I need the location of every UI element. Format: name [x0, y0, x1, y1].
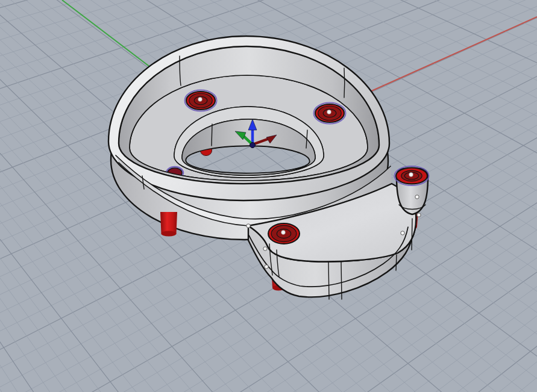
hole-wall-seam-left — [212, 124, 212, 146]
magnet[interactable] — [185, 90, 217, 111]
magnet-center-point — [409, 173, 413, 177]
inner-wall-seam-right — [344, 68, 345, 98]
magnet-center-point — [327, 110, 331, 114]
gizmo-origin-ball[interactable] — [250, 143, 256, 148]
magnet[interactable] — [395, 166, 429, 185]
control-point-marker[interactable] — [401, 231, 404, 235]
magnet[interactable] — [268, 223, 300, 244]
magnet-center-point — [198, 98, 203, 102]
viewport-canvas[interactable] — [0, 0, 537, 392]
lobe-bottom-seam-1 — [328, 263, 329, 299]
magnet-center-point — [281, 231, 286, 235]
control-point-marker[interactable] — [265, 265, 268, 269]
control-point-marker[interactable] — [415, 195, 419, 199]
lobe-bottom-seam-2 — [341, 262, 342, 299]
control-point-marker[interactable] — [247, 224, 250, 228]
cad-viewport[interactable] — [0, 0, 537, 392]
control-point-marker[interactable] — [263, 247, 267, 250]
magnet[interactable] — [314, 103, 346, 124]
control-point-marker[interactable] — [417, 213, 421, 217]
lobe-right-seam-1 — [396, 255, 397, 270]
lobe-right-seam-2 — [412, 219, 412, 250]
red-foot — [160, 212, 177, 237]
